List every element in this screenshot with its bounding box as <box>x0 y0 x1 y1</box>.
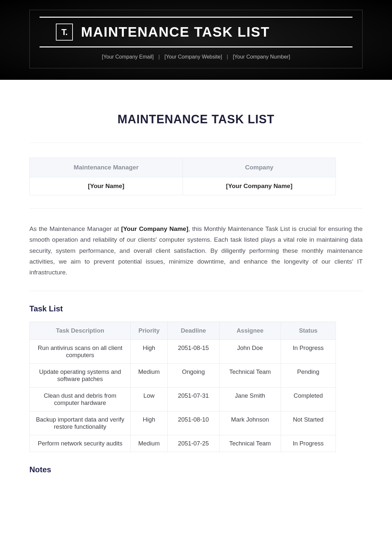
task-desc: Run antivirus scans on all client comput… <box>30 340 131 364</box>
task-status: Not Started <box>281 411 336 435</box>
table-row: Update operating systems and software pa… <box>30 364 336 388</box>
task-header-priority: Priority <box>131 322 167 340</box>
top-banner: T. MAINTENANCE TASK LIST [Your Company E… <box>0 0 392 80</box>
task-assignee: John Doe <box>220 340 281 364</box>
task-deadline: 2051-08-15 <box>167 340 219 364</box>
task-priority: High <box>131 411 167 435</box>
task-desc: Clean dust and debris from computer hard… <box>30 388 131 411</box>
task-assignee: Technical Team <box>220 364 281 388</box>
task-assignee: Technical Team <box>220 435 281 452</box>
task-desc: Update operating systems and software pa… <box>30 364 131 388</box>
info-table: Maintenance Manager Company [Your Name] … <box>29 158 336 195</box>
table-row: Run antivirus scans on all client comput… <box>30 340 336 364</box>
divider <box>29 208 363 209</box>
contact-website: [Your Company Website] <box>165 54 222 60</box>
info-value-manager: [Your Name] <box>30 177 183 195</box>
task-desc: Backup important data and verify restore… <box>30 411 131 435</box>
intro-company-bold: [Your Company Name] <box>121 225 188 232</box>
task-deadline: 2051-08-10 <box>167 411 219 435</box>
page-title: MAINTENANCE TASK LIST <box>29 113 363 126</box>
table-row: [Your Name] [Your Company Name] <box>30 177 336 195</box>
content: MAINTENANCE TASK LIST Maintenance Manage… <box>0 80 392 495</box>
task-status: Completed <box>281 388 336 411</box>
task-deadline: 2051-07-31 <box>167 388 219 411</box>
task-deadline: Ongoing <box>167 364 219 388</box>
banner-inner: T. MAINTENANCE TASK LIST [Your Company E… <box>29 10 363 68</box>
task-table: Task Description Priority Deadline Assig… <box>29 321 336 452</box>
table-row: Task Description Priority Deadline Assig… <box>30 322 336 340</box>
divider <box>29 143 363 143</box>
task-priority: Low <box>131 388 167 411</box>
task-deadline: 2051-07-25 <box>167 435 219 452</box>
banner-contacts: [Your Company Email] | [Your Company Web… <box>40 54 352 60</box>
task-assignee: Mark Johnson <box>220 411 281 435</box>
intro-post: , this Monthly Maintenance Task List is … <box>29 225 363 276</box>
table-row: Clean dust and debris from computer hard… <box>30 388 336 411</box>
logo-icon: T. <box>56 24 73 41</box>
contact-number: [Your Company Number] <box>233 54 290 60</box>
task-status: Pending <box>281 364 336 388</box>
info-header-manager: Maintenance Manager <box>30 158 183 177</box>
task-table-wrap: Task Description Priority Deadline Assig… <box>29 321 363 452</box>
separator-icon: | <box>158 54 160 60</box>
task-header-desc: Task Description <box>30 322 131 340</box>
info-table-wrap: Maintenance Manager Company [Your Name] … <box>29 158 363 195</box>
task-header-deadline: Deadline <box>167 322 219 340</box>
task-status: In Progress <box>281 435 336 452</box>
table-row: Maintenance Manager Company <box>30 158 336 177</box>
info-header-company: Company <box>183 158 336 177</box>
banner-rule-bottom <box>40 46 352 47</box>
info-value-company: [Your Company Name] <box>183 177 336 195</box>
table-row: Perform network security audits Medium 2… <box>30 435 336 452</box>
task-assignee: Jane Smith <box>220 388 281 411</box>
intro-paragraph: As the Maintenance Manager at [Your Comp… <box>29 223 363 278</box>
task-status: In Progress <box>281 340 336 364</box>
task-header-assignee: Assignee <box>220 322 281 340</box>
section-heading-task-list: Task List <box>29 304 363 313</box>
table-row: Backup important data and verify restore… <box>30 411 336 435</box>
task-header-status: Status <box>281 322 336 340</box>
section-heading-notes: Notes <box>29 465 363 474</box>
intro-pre: As the Maintenance Manager at <box>29 225 121 232</box>
separator-icon: | <box>227 54 228 60</box>
task-priority: High <box>131 340 167 364</box>
task-priority: Medium <box>131 364 167 388</box>
contact-email: [Your Company Email] <box>102 54 154 60</box>
task-desc: Perform network security audits <box>30 435 131 452</box>
divider <box>29 291 363 291</box>
banner-title: MAINTENANCE TASK LIST <box>81 24 270 40</box>
task-priority: Medium <box>131 435 167 452</box>
banner-row: T. MAINTENANCE TASK LIST <box>40 18 352 46</box>
